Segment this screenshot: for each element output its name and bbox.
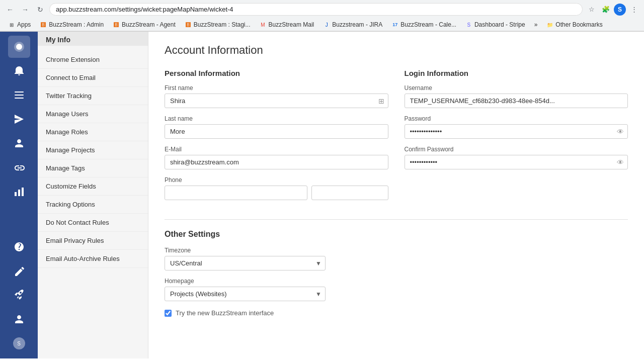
show-password-icon[interactable]: 👁 <box>617 128 624 136</box>
phone-group: Phone <box>165 176 388 200</box>
bookmark-jira-label: Buzzstream - JIRA <box>332 21 382 28</box>
other-settings-section: Other Settings Timezone US/Central US/Ea… <box>165 230 326 317</box>
personal-info-section: Personal Information First name ⊞ Last n… <box>165 69 388 207</box>
sidebar-chart-icon[interactable] <box>8 180 30 203</box>
sidebar-list-icon[interactable] <box>8 84 30 106</box>
nav-item-do-not-contact[interactable]: Do Not Contact Rules <box>38 214 148 232</box>
phone-ext-input[interactable] <box>311 186 388 200</box>
nav-item-customize-fields[interactable]: Customize Fields <box>38 177 148 196</box>
page-title: Account Information <box>165 44 628 57</box>
forward-button[interactable]: → <box>19 4 31 16</box>
sidebar-contacts-icon[interactable] <box>8 132 30 154</box>
bookmarks-bar: ⊞ Apps 🅱 BuzzStream : Admin 🅱 BuzzStream… <box>0 19 644 31</box>
username-label: Username <box>405 84 628 92</box>
bookmark-buzzstream-agent[interactable]: 🅱 BuzzStream - Agent <box>109 20 180 29</box>
personal-login-row: Personal Information First name ⊞ Last n… <box>165 69 628 207</box>
sidebar-pen-icon[interactable] <box>8 260 30 282</box>
extensions-button[interactable]: 🧩 <box>600 4 612 16</box>
show-confirm-password-icon[interactable]: 👁 <box>617 158 624 166</box>
back-button[interactable]: ← <box>4 4 16 16</box>
bookmark-stripe[interactable]: S Dashboard - Stripe <box>461 20 529 29</box>
bookmark-calendar-label: BuzzStream - Cale... <box>400 21 456 28</box>
sidebar-home-icon[interactable] <box>8 36 30 58</box>
nav-item-manage-projects[interactable]: Manage Projects <box>38 141 148 159</box>
stripe-icon: S <box>465 21 472 28</box>
bookmark-calendar[interactable]: 17 BuzzStream - Cale... <box>387 20 460 29</box>
confirm-password-label: Confirm Password <box>405 146 628 153</box>
bookmark-apps[interactable]: ⊞ Apps <box>4 20 35 29</box>
first-name-input[interactable] <box>165 94 388 108</box>
browser-actions: ☆ 🧩 S ⋮ <box>586 4 640 16</box>
sidebar-send-icon[interactable] <box>8 108 30 130</box>
left-nav: My Info Chrome Extension Connect to Emai… <box>38 32 148 358</box>
bookmark-buzzstream-mail[interactable]: M BuzzStream Mail <box>256 20 318 29</box>
browser-chrome: ← → ↻ app.buzzstream.com/settings/wicket… <box>0 0 644 32</box>
star-button[interactable]: ☆ <box>586 4 598 16</box>
jira-icon: J <box>323 21 330 28</box>
new-interface-label: Try the new BuzzStream interface <box>176 309 274 317</box>
menu-button[interactable]: ⋮ <box>628 4 640 16</box>
calendar-icon: 17 <box>391 21 398 28</box>
bookmark-buzzstream-staging-label: BuzzStream : Stagi... <box>194 21 251 28</box>
nav-item-connect-email[interactable]: Connect to Email <box>38 69 148 87</box>
bookmark-buzzstream-staging[interactable]: 🅱 BuzzStream : Stagi... <box>181 20 255 29</box>
more-bookmarks-label: » <box>534 21 538 28</box>
sidebar-bell-icon[interactable] <box>8 60 30 82</box>
svg-rect-5 <box>15 192 17 196</box>
nav-item-twitter[interactable]: Twitter Tracking <box>38 87 148 105</box>
homepage-select-wrapper: Projects (Websites) Dashboard Contacts P… <box>165 287 326 301</box>
svg-point-1 <box>16 44 22 50</box>
confirm-password-group: Confirm Password 👁 <box>405 146 628 169</box>
homepage-label: Homepage <box>165 278 326 285</box>
last-name-group: Last name <box>165 115 388 139</box>
timezone-select[interactable]: US/Central US/Eastern US/Pacific US/Moun… <box>165 256 326 270</box>
nav-item-email-archive[interactable]: Email Auto-Archive Rules <box>38 250 148 268</box>
nav-item-tracking-options[interactable]: Tracking Options <box>38 196 148 214</box>
confirm-password-input[interactable] <box>405 155 628 169</box>
new-interface-checkbox-row: Try the new BuzzStream interface <box>165 309 326 317</box>
address-bar[interactable]: app.buzzstream.com/settings/wicket:pageM… <box>49 3 583 16</box>
bookmark-jira[interactable]: J Buzzstream - JIRA <box>319 20 386 29</box>
svg-rect-2 <box>15 92 24 93</box>
first-name-label: First name <box>165 84 388 92</box>
sidebar-rocket-icon[interactable] <box>8 284 30 306</box>
bookmark-other-label: Other Bookmarks <box>555 21 602 28</box>
phone-input[interactable] <box>165 186 307 200</box>
password-input[interactable] <box>405 124 628 139</box>
bookmark-more[interactable]: » <box>530 20 542 29</box>
nav-item-manage-tags[interactable]: Manage Tags <box>38 159 148 177</box>
homepage-select[interactable]: Projects (Websites) Dashboard Contacts P… <box>165 287 326 301</box>
nav-item-email-privacy[interactable]: Email Privacy Rules <box>38 232 148 250</box>
first-name-group: First name ⊞ <box>165 84 388 108</box>
nav-item-chrome-extension[interactable]: Chrome Extension <box>38 51 148 69</box>
bookmark-other[interactable]: 📁 Other Bookmarks <box>542 20 606 29</box>
login-info-section: Login Information Username Password 👁 <box>405 69 628 207</box>
folder-icon: 📁 <box>546 21 553 28</box>
password-group: Password 👁 <box>405 115 628 139</box>
last-name-label: Last name <box>165 115 388 122</box>
apps-grid-icon: ⊞ <box>8 21 15 28</box>
sidebar-bottom-icon[interactable]: S <box>8 332 30 354</box>
email-label: E-Mail <box>165 146 388 153</box>
last-name-input[interactable] <box>165 124 388 139</box>
homepage-group: Homepage Projects (Websites) Dashboard C… <box>165 278 326 301</box>
profile-avatar[interactable]: S <box>614 4 626 16</box>
buzzstream-agent-icon: 🅱 <box>113 21 120 28</box>
edit-icon[interactable]: ⊞ <box>378 97 384 105</box>
reload-button[interactable]: ↻ <box>34 4 46 16</box>
username-input[interactable] <box>405 94 628 108</box>
new-interface-checkbox[interactable] <box>165 310 172 317</box>
sidebar-help-icon[interactable] <box>8 236 30 258</box>
left-nav-section: Chrome Extension Connect to Email Twitte… <box>38 46 148 273</box>
sidebar: S <box>0 32 38 358</box>
svg-rect-3 <box>15 95 24 96</box>
sidebar-settings-user-icon[interactable] <box>8 308 30 330</box>
bookmark-buzzstream-admin[interactable]: 🅱 BuzzStream : Admin <box>36 20 108 29</box>
bookmark-buzzstream-agent-label: BuzzStream - Agent <box>122 21 176 28</box>
nav-item-manage-roles[interactable]: Manage Roles <box>38 123 148 141</box>
sidebar-link-icon[interactable] <box>8 156 30 178</box>
email-input[interactable] <box>165 155 388 169</box>
nav-item-manage-users[interactable]: Manage Users <box>38 105 148 123</box>
buzzstream-admin-icon: 🅱 <box>40 21 47 28</box>
phone-input-group <box>165 186 388 200</box>
